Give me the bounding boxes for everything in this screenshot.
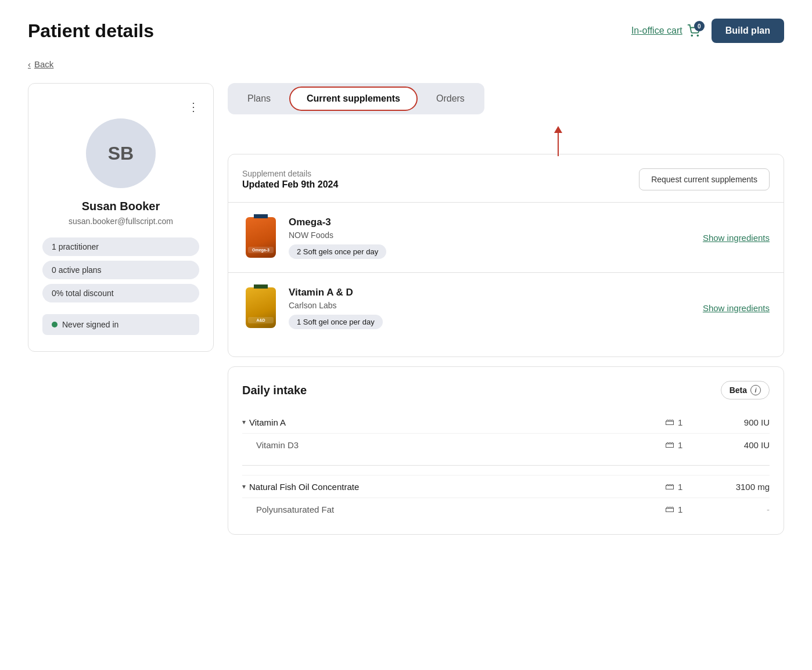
badge-practitioner: 1 practitioner: [42, 237, 199, 256]
tabs-bar: Plans Current supplements Orders: [228, 83, 484, 114]
cart-icon-wrapper: 0: [687, 24, 700, 37]
arrow-head: [554, 126, 562, 133]
intake-table: ▾ Vitamin A 🗃 1 900 IU Vitamin D3: [242, 411, 770, 520]
intake-serving-vitamin-d3: 🗃 1: [665, 440, 712, 450]
chevron-down-icon-fish-oil[interactable]: ▾: [242, 482, 246, 491]
svg-point-0: [691, 35, 692, 36]
supplement-name-omega3: Omega-3: [289, 217, 694, 228]
supplement-image-vitad: A&D: [242, 284, 279, 331]
page-header: Patient details In-office cart 0 Build p…: [28, 19, 784, 43]
back-chevron: ‹: [28, 59, 31, 69]
vitad-bottle: A&D: [246, 287, 276, 328]
avatar-wrapper: SB: [42, 118, 199, 188]
supplement-brand-vitad: Carlson Labs: [289, 301, 694, 310]
omega3-bottle: Omega-3: [246, 217, 276, 258]
patient-card-header: ⋮: [42, 100, 199, 114]
intake-amount-poly-fat: -: [712, 505, 770, 514]
intake-amount-vitamin-a: 900 IU: [712, 417, 770, 427]
supplement-details-label: Supplement details: [242, 169, 338, 178]
intake-row-fish-oil: ▾ Natural Fish Oil Concentrate 🗃 1 3100 …: [242, 475, 770, 498]
patient-badges: 1 practitioner 0 active plans 0% total d…: [42, 237, 199, 302]
svg-point-1: [697, 35, 698, 36]
show-ingredients-omega3[interactable]: Show ingredients: [703, 233, 770, 243]
cart-badge: 0: [694, 21, 705, 31]
info-icon[interactable]: i: [750, 385, 761, 395]
never-signed-in-badge: Never signed in: [42, 314, 199, 335]
intake-serving-vitamin-a: 🗃 1: [665, 417, 712, 427]
right-panel: Plans Current supplements Orders Supplem…: [228, 83, 784, 535]
supplement-info-omega3: Omega-3 NOW Foods 2 Soft gels once per d…: [289, 217, 694, 259]
supplement-image-omega3: Omega-3: [242, 214, 279, 261]
supplement-date-info: Supplement details Updated Feb 9th 2024: [242, 169, 338, 190]
more-menu-icon[interactable]: ⋮: [188, 100, 199, 114]
intake-name-fish-oil: ▾ Natural Fish Oil Concentrate: [242, 482, 665, 492]
serving-icon-vitamin-a: 🗃: [665, 417, 674, 427]
show-ingredients-vitad[interactable]: Show ingredients: [703, 303, 770, 313]
daily-intake-header: Daily intake Beta i: [242, 381, 770, 399]
intake-name-vitamin-d3: Vitamin D3: [242, 440, 665, 450]
intake-row-poly-fat: Polyunsaturated Fat 🗃 1 -: [242, 498, 770, 520]
supplement-details-card: Supplement details Updated Feb 9th 2024 …: [228, 154, 784, 357]
patient-email: susan.booker@fullscript.com: [42, 217, 199, 226]
intake-row-vitamin-a: ▾ Vitamin A 🗃 1 900 IU: [242, 411, 770, 433]
beta-label: Beta: [730, 386, 747, 395]
badge-plans: 0 active plans: [42, 261, 199, 279]
page-title: Patient details: [28, 20, 154, 42]
supplement-dosage-vitad: 1 Soft gel once per day: [289, 315, 383, 329]
supplement-brand-omega3: NOW Foods: [289, 230, 694, 240]
tab-plans[interactable]: Plans: [231, 87, 287, 111]
tab-orders[interactable]: Orders: [420, 87, 481, 111]
serving-icon-poly-fat: 🗃: [665, 504, 674, 514]
main-layout: ⋮ SB Susan Booker susan.booker@fullscrip…: [28, 83, 784, 535]
back-link[interactable]: ‹ Back: [28, 59, 784, 69]
intake-serving-poly-fat: 🗃 1: [665, 504, 712, 514]
serving-icon-vitamin-d3: 🗃: [665, 440, 674, 450]
status-label: Never signed in: [62, 320, 118, 329]
beta-badge: Beta i: [721, 381, 770, 399]
intake-name-poly-fat: Polyunsaturated Fat: [242, 505, 665, 514]
intake-divider: [242, 465, 770, 466]
cart-label: In-office cart: [631, 26, 682, 36]
patient-card: ⋮ SB Susan Booker susan.booker@fullscrip…: [28, 83, 214, 352]
avatar: SB: [86, 118, 156, 188]
in-office-cart-link[interactable]: In-office cart 0: [631, 24, 700, 37]
chevron-down-icon-vitamin-a[interactable]: ▾: [242, 418, 246, 426]
build-plan-button[interactable]: Build plan: [712, 19, 784, 43]
supplement-item-omega3: Omega-3 Omega-3 NOW Foods 2 Soft gels on…: [242, 203, 770, 272]
patient-name: Susan Booker: [42, 200, 199, 213]
header-actions: In-office cart 0 Build plan: [631, 19, 784, 43]
supplement-info-vitad: Vitamin A & D Carlson Labs 1 Soft gel on…: [289, 287, 694, 329]
request-supplements-button[interactable]: Request current supplements: [639, 168, 770, 190]
supplement-item-vitad: A&D Vitamin A & D Carlson Labs 1 Soft ge…: [242, 273, 770, 343]
serving-icon-fish-oil: 🗃: [665, 481, 674, 492]
badge-discount: 0% total discount: [42, 284, 199, 302]
intake-amount-fish-oil: 3100 mg: [712, 482, 770, 492]
intake-name-vitamin-a: ▾ Vitamin A: [242, 417, 665, 427]
supplement-name-vitad: Vitamin A & D: [289, 287, 694, 298]
intake-serving-fish-oil: 🗃 1: [665, 481, 712, 492]
vitad-bottle-label: A&D: [248, 317, 274, 323]
supplement-header: Supplement details Updated Feb 9th 2024 …: [242, 168, 770, 190]
omega3-bottle-label: Omega-3: [248, 247, 274, 253]
arrow-line: [558, 133, 559, 156]
daily-intake-card: Daily intake Beta i ▾ Vitamin A: [228, 366, 784, 535]
intake-row-vitamin-d3: Vitamin D3 🗃 1 400 IU: [242, 433, 770, 456]
annotation-arrow: [332, 126, 784, 156]
intake-amount-vitamin-d3: 400 IU: [712, 440, 770, 450]
supplement-updated-date: Updated Feb 9th 2024: [242, 179, 338, 190]
daily-intake-title: Daily intake: [242, 384, 307, 397]
tab-current-supplements[interactable]: Current supplements: [289, 87, 418, 111]
back-label: Back: [34, 59, 53, 69]
status-dot: [52, 322, 58, 327]
supplement-dosage-omega3: 2 Soft gels once per day: [289, 244, 386, 259]
